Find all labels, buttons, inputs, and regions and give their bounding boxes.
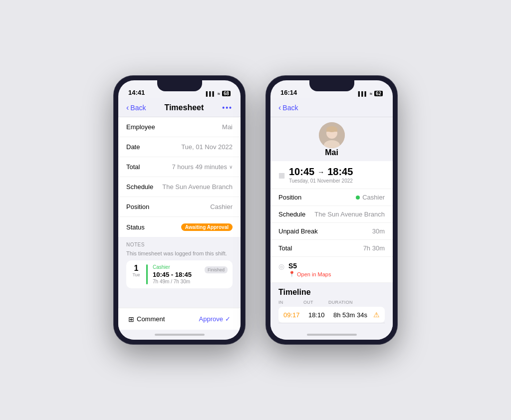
time-start: 10:45 xyxy=(289,166,314,178)
shift-hours: 7h 49m / 7h 30m xyxy=(153,279,200,284)
row-total[interactable]: Total 7 hours 49 minutes ∨ xyxy=(118,157,241,177)
open-maps-label: Open in Maps xyxy=(297,271,331,277)
row-date: Date Tue, 01 Nov 2022 xyxy=(118,137,241,157)
notch-2 xyxy=(309,80,354,91)
status-time-2: 16:14 xyxy=(280,89,297,96)
svg-rect-4 xyxy=(326,129,337,132)
tl-header-in: IN xyxy=(278,300,303,305)
tl-header-duration: DURATION xyxy=(328,300,385,305)
profile-section: Mai xyxy=(270,117,393,161)
tl-in-val: 09:17 xyxy=(283,311,308,319)
notes-text-1: This timesheet was logged from this shif… xyxy=(126,250,233,256)
finished-badge: Finished xyxy=(205,266,228,273)
detail-value-total: 7h 30m xyxy=(363,244,385,252)
time-row: ▦ 10:45 → 18:45 Tuesday, 01 November 202… xyxy=(270,161,393,189)
location-icon: ◎ xyxy=(278,262,284,270)
shift-card-1[interactable]: 1 Tue Cashier 10:45 - 18:45 7h 49m / 7h … xyxy=(126,260,233,288)
profile-name: Mai xyxy=(325,148,338,157)
detail-label-break: Unpaid Break xyxy=(278,227,318,235)
shift-position: Cashier xyxy=(153,264,200,270)
notes-section-1: NOTES This timesheet was logged from thi… xyxy=(118,237,241,291)
wifi-icon-1: ≈ xyxy=(218,91,220,96)
content-1: Employee Mai Date Tue, 01 Nov 2022 Total… xyxy=(118,117,241,308)
shift-day-name: Tue xyxy=(131,272,141,277)
green-dot-icon xyxy=(356,196,360,200)
row-position: Position Cashier xyxy=(118,197,241,217)
signal-icon-2: ▌▌▌ xyxy=(358,91,368,96)
detail-label-schedule: Schedule xyxy=(278,210,305,218)
time-display: 10:45 → 18:45 xyxy=(289,166,385,178)
home-bar-2 xyxy=(307,334,357,336)
detail-label-total: Total xyxy=(278,244,292,252)
calendar-icon: ▦ xyxy=(278,171,285,179)
time-date: Tuesday, 01 November 2022 xyxy=(289,178,385,184)
checkmark-icon: ✓ xyxy=(225,315,231,323)
approve-label: Approve xyxy=(199,315,223,323)
nav-bar-2: ‹ Back xyxy=(270,98,393,117)
tl-dur-val: 8h 53m 34s xyxy=(333,311,373,319)
tl-header-out: OUT xyxy=(303,300,328,305)
time-end: 18:45 xyxy=(327,166,353,178)
timeline-title: Timeline xyxy=(278,288,385,297)
phone-1: 14:41 ▌▌▌ ≈ 68 ‹ Back Timesheet ••• xyxy=(113,75,246,345)
location-section: ◎ S5 📍 Open in Maps xyxy=(270,257,393,283)
detail-label-position: Position xyxy=(278,194,301,201)
chevron-left-icon-2: ‹ xyxy=(278,103,281,112)
comment-label: Comment xyxy=(137,315,165,323)
value-employee: Mai xyxy=(222,123,233,131)
content-2: Mai ▦ 10:45 → 18:45 Tuesday, 01 November… xyxy=(270,117,393,330)
wifi-icon-2: ≈ xyxy=(370,91,372,96)
phone-2: 16:14 ▌▌▌ ≈ 62 ‹ Back xyxy=(265,75,398,345)
approve-button[interactable]: Approve ✓ xyxy=(199,315,231,323)
timeline-section: Timeline IN OUT DURATION 09:17 18:10 8h … xyxy=(270,283,393,330)
timeline-header: IN OUT DURATION xyxy=(278,300,385,305)
shift-divider xyxy=(146,264,148,284)
comment-button[interactable]: ⊞ Comment xyxy=(128,315,165,323)
label-date: Date xyxy=(126,143,140,151)
arrow-icon: → xyxy=(317,168,324,176)
more-button-1[interactable]: ••• xyxy=(222,104,233,112)
status-icons-1: ▌▌▌ ≈ 68 xyxy=(206,91,231,96)
chevron-down-icon: ∨ xyxy=(229,164,233,170)
row-status: Status Awaiting Approval xyxy=(118,217,241,237)
row-schedule: Schedule The Sun Avenue Branch xyxy=(118,177,241,197)
open-maps-button[interactable]: 📍 Open in Maps xyxy=(288,271,331,277)
chevron-left-icon-1: ‹ xyxy=(126,103,129,112)
battery-2: 62 xyxy=(374,91,383,96)
label-status: Status xyxy=(126,223,145,231)
value-total: 7 hours 49 minutes ∨ xyxy=(172,163,233,171)
nav-title-1: Timesheet xyxy=(164,103,204,112)
value-schedule: The Sun Avenue Branch xyxy=(162,183,233,191)
status-badge-1: Awaiting Approval xyxy=(181,223,233,231)
row-detail-schedule: Schedule The Sun Avenue Branch xyxy=(270,206,393,223)
row-detail-total: Total 7h 30m xyxy=(270,240,393,257)
back-button-2[interactable]: ‹ Back xyxy=(278,103,298,112)
detail-value-schedule: The Sun Avenue Branch xyxy=(314,210,385,218)
value-position: Cashier xyxy=(210,203,233,210)
location-id: S5 xyxy=(288,262,331,270)
pin-icon: 📍 xyxy=(288,271,295,277)
bottom-bar-1: ⊞ Comment Approve ✓ xyxy=(118,308,241,330)
label-total: Total xyxy=(126,163,140,171)
back-button-1[interactable]: ‹ Back xyxy=(126,103,146,112)
shift-day-1: 1 Tue xyxy=(131,264,141,277)
label-employee: Employee xyxy=(126,123,155,131)
comment-icon: ⊞ xyxy=(128,315,134,323)
phone-2-screen: 16:14 ▌▌▌ ≈ 62 ‹ Back xyxy=(270,80,393,340)
label-position: Position xyxy=(126,203,149,210)
label-schedule: Schedule xyxy=(126,183,153,191)
row-detail-position: Position Cashier xyxy=(270,189,393,206)
status-time-1: 14:41 xyxy=(128,89,145,96)
shift-time: 10:45 - 18:45 xyxy=(153,271,200,278)
value-date: Tue, 01 Nov 2022 xyxy=(181,143,233,151)
notch-1 xyxy=(157,80,202,91)
tl-out-val: 18:10 xyxy=(308,311,333,319)
phone-1-screen: 14:41 ▌▌▌ ≈ 68 ‹ Back Timesheet ••• xyxy=(118,80,241,340)
back-label-2: Back xyxy=(282,104,298,112)
divider-line xyxy=(278,323,385,323)
shift-day-num: 1 xyxy=(131,264,141,272)
location-row: ◎ S5 📍 Open in Maps xyxy=(278,262,385,277)
back-label-1: Back xyxy=(130,104,146,112)
detail-value-break: 30m xyxy=(372,227,385,235)
signal-icon-1: ▌▌▌ xyxy=(206,91,216,96)
